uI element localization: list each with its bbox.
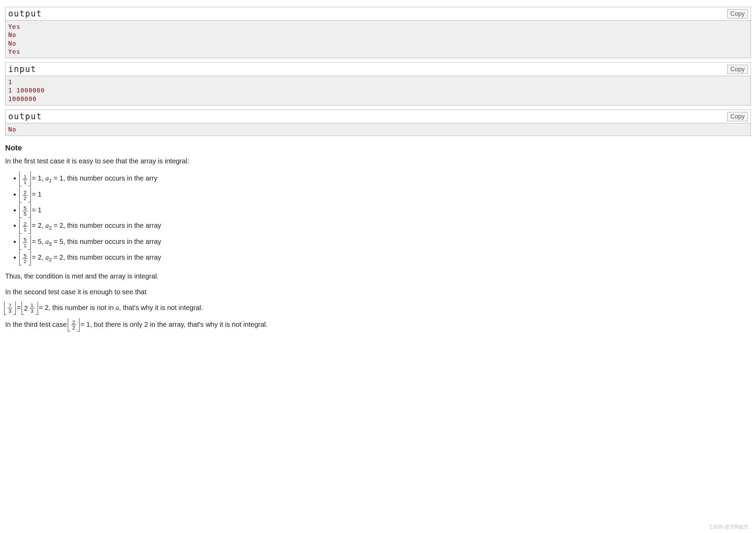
list-item: 5 5 = 1 <box>20 203 751 217</box>
floor-expr: 2 1 3 <box>23 302 37 314</box>
item-tail: , this number occurs in the arry <box>63 174 158 182</box>
list-item: 5 1 = 5, a3 = 5, this number occurs in t… <box>20 235 751 249</box>
frac-num: 7 <box>8 303 12 309</box>
var-a: a <box>45 174 49 182</box>
third-eq: = 1 <box>78 321 90 328</box>
note-second-intro: In the second test case it is enough to … <box>5 287 751 297</box>
eq-text: = 2, <box>30 222 45 229</box>
frac-num: 2 <box>71 320 76 325</box>
input-header-1: input Copy <box>5 63 751 76</box>
fraction: 5 1 <box>23 237 27 248</box>
input-block-1: input Copy 1 1 1000000 1000000 <box>5 62 751 106</box>
eq-text: = 1, <box>30 174 45 182</box>
tail-text-2: , that's why it is not integral. <box>119 304 203 311</box>
output-content-2: No <box>5 123 751 136</box>
output-header-2: output Copy <box>5 110 751 123</box>
output-block-1: output Copy Yes No No Yes <box>5 7 751 58</box>
note-heading: Note <box>5 144 751 152</box>
fraction: 2 2 <box>71 320 76 331</box>
fraction: 5 2 <box>23 253 27 264</box>
frac-num: 5 <box>23 253 27 259</box>
floor-expr: 7 3 <box>5 302 15 314</box>
frac-den: 2 <box>71 325 76 331</box>
eq-text: = 2, <box>30 253 45 261</box>
third-intro: In the third test case <box>5 321 69 328</box>
note-intro: In the first test case it is easy to see… <box>5 156 751 166</box>
var-a: a <box>45 222 49 229</box>
frac-den: 2 <box>23 196 27 201</box>
frac-num: 5 <box>23 206 27 211</box>
eq-val: = 2 <box>37 304 49 311</box>
output-block-2: output Copy No <box>5 110 751 136</box>
var-a: a <box>45 253 49 261</box>
output-header-1: output Copy <box>5 7 751 21</box>
item-tail: , this number occurs in the array <box>63 238 161 245</box>
frac-num: 1 <box>29 302 34 308</box>
var-sub: 2 <box>49 225 51 231</box>
copy-button[interactable]: Copy <box>727 65 748 74</box>
list-item: 2 2 = 1 <box>20 188 751 201</box>
note-third: In the third test case 2 2 = 1, but ther… <box>5 319 751 331</box>
floor-expr: 5 5 <box>20 204 30 217</box>
fraction: 7 3 <box>8 303 12 314</box>
floor-expr: 5 2 <box>20 251 30 264</box>
frac-den: 3 <box>8 308 12 314</box>
tail-text: , this number is not in <box>49 304 116 311</box>
eq-text: = 1 <box>30 206 41 214</box>
output-label-2: output <box>8 112 42 121</box>
frac-num: 1 <box>23 174 27 180</box>
frac-den: 1 <box>23 179 27 185</box>
var-val: = 2 <box>52 222 63 229</box>
list-item: 1 1 = 1, a1 = 1, this number occurs in t… <box>20 172 751 186</box>
frac-num: 2 <box>23 190 27 196</box>
output-label-1: output <box>8 9 42 18</box>
var-sub: 2 <box>49 257 51 262</box>
eq-text: = 5, <box>30 238 45 245</box>
fraction: 1 3 <box>29 302 34 314</box>
var-a: a <box>115 304 119 311</box>
floor-expr: 5 1 <box>20 236 30 249</box>
list-item: 5 2 = 2, a2 = 2, this number occurs in t… <box>20 251 751 265</box>
fraction: 5 5 <box>23 206 27 217</box>
var-val: = 2 <box>52 253 63 261</box>
output-content-1: Yes No No Yes <box>5 21 751 58</box>
note-thus: Thus, the condition is met and the array… <box>5 271 751 281</box>
mixed-number: 2 1 3 <box>24 302 35 314</box>
fraction: 1 1 <box>23 174 27 185</box>
input-content-1: 1 1 1000000 1000000 <box>5 76 751 105</box>
floor-expr: 2 2 <box>20 188 30 201</box>
var-val: = 1 <box>52 174 63 182</box>
mixed-int: 2 <box>24 303 28 313</box>
note-second-expr: 7 3 = 2 1 3 = 2, this number is not in a… <box>5 302 751 314</box>
floor-expr: 1 1 <box>20 172 30 185</box>
frac-den: 2 <box>23 259 27 264</box>
eq-text: = 1 <box>30 190 41 198</box>
third-tail: , but there is only 2 in the array, that… <box>90 321 268 328</box>
floor-expr: 2 1 <box>20 220 30 233</box>
copy-button[interactable]: Copy <box>727 9 748 18</box>
fraction: 2 2 <box>23 190 27 201</box>
copy-button[interactable]: Copy <box>727 112 748 121</box>
fraction: 2 1 <box>23 221 27 233</box>
frac-den: 1 <box>23 227 27 232</box>
frac-den: 1 <box>23 243 27 248</box>
item-tail: , this number occurs in the array <box>63 253 161 261</box>
var-val: = 5 <box>52 238 63 245</box>
frac-num: 2 <box>23 221 27 227</box>
frac-den: 3 <box>29 308 34 314</box>
floor-expr: 2 2 <box>69 319 78 331</box>
frac-num: 5 <box>23 237 27 243</box>
input-label-1: input <box>8 64 36 74</box>
item-tail: , this number occurs in the array <box>63 222 161 229</box>
var-sub: 3 <box>49 241 51 247</box>
var-sub: 1 <box>49 177 51 183</box>
frac-den: 5 <box>23 211 27 217</box>
list-item: 2 1 = 2, a2 = 2, this number occurs in t… <box>20 219 751 233</box>
note-list: 1 1 = 1, a1 = 1, this number occurs in t… <box>5 172 751 264</box>
var-a: a <box>45 238 49 245</box>
